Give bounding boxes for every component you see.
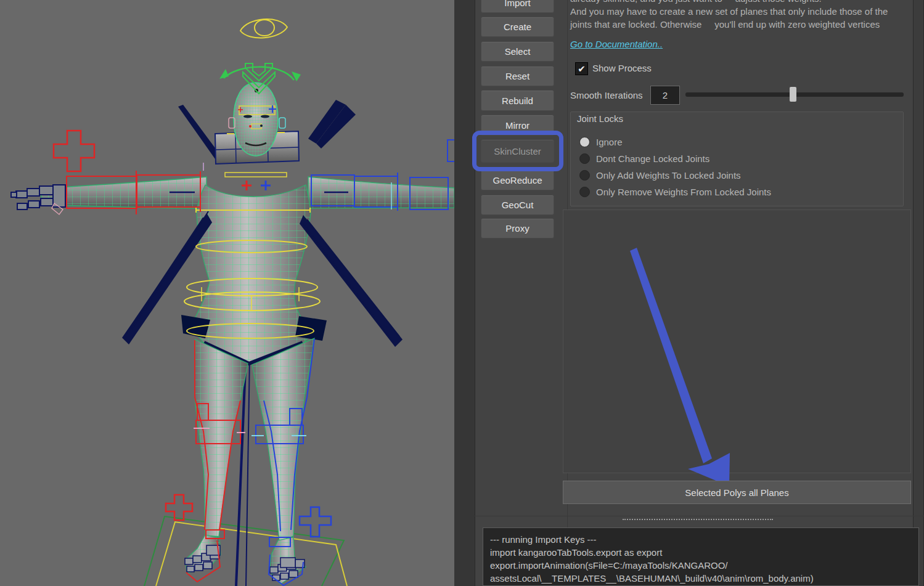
radio-label: Dont Change Locked Joints	[596, 153, 709, 164]
panel-scrollbar-track[interactable]	[913, 0, 924, 586]
radio-dot	[579, 170, 590, 181]
tool-button-geocut[interactable]: GeoCut	[481, 195, 554, 215]
tool-button-reset[interactable]: Reset	[481, 66, 554, 86]
tool-button-import[interactable]: Import	[481, 0, 554, 13]
tool-button-rebuild[interactable]: Rebuild	[481, 90, 554, 111]
radio-only-add[interactable]: Only Add Weights To Locked Joints	[579, 169, 741, 181]
radio-dot	[579, 187, 590, 197]
radio-dont-change[interactable]: Dont Change Locked Joints	[579, 152, 709, 165]
empty-frame	[563, 210, 911, 473]
radio-dot	[579, 137, 590, 147]
radio-label: Only Remove Weights From Locked Joints	[596, 187, 771, 197]
pane-splitter-handle[interactable]	[623, 519, 773, 520]
intro-text: already skinned, and you just want to ad…	[570, 0, 910, 31]
smooth-iterations-slider-handle[interactable]	[790, 87, 796, 102]
maya-window: Import Create Select Reset Rebuild Mirro…	[0, 0, 924, 586]
joint-locks-group: Joint Locks Ignore Dont Change Locked Jo…	[570, 112, 904, 206]
viewport-3d[interactable]	[0, 0, 454, 586]
joint-locks-title: Joint Locks	[577, 113, 623, 124]
script-line: export.importAnimation(sFile=C:/mayaTool…	[490, 559, 912, 572]
script-line: import kangarooTabTools.export as export	[490, 546, 912, 559]
smooth-iterations-field[interactable]: 2	[650, 86, 680, 105]
tool-button-proxy[interactable]: Proxy	[481, 218, 554, 238]
radio-label: Ignore	[596, 137, 623, 147]
radio-label: Only Add Weights To Locked Joints	[596, 170, 741, 181]
script-output[interactable]: --- running Import Keys --- import kanga…	[483, 527, 919, 586]
selected-polys-button[interactable]: Selected Polys all Planes	[563, 481, 911, 504]
tool-button-georeduce[interactable]: GeoReduce	[481, 170, 554, 190]
intro-line: And you may have to create a new set of …	[570, 5, 910, 18]
script-line: --- running Import Keys ---	[490, 533, 912, 546]
documentation-link[interactable]: Go to Documentation..	[570, 39, 663, 49]
tool-button-mirror[interactable]: Mirror	[481, 115, 554, 136]
character-wireframe	[0, 0, 454, 586]
intro-line: already skinned, and you just want to ad…	[570, 0, 910, 5]
radio-ignore[interactable]: Ignore	[579, 136, 623, 148]
radio-only-remove[interactable]: Only Remove Weights From Locked Joints	[579, 185, 771, 198]
tool-button-select[interactable]: Select	[481, 41, 554, 62]
smooth-iterations-label: Smooth Iterations	[570, 90, 643, 100]
panel-gutter	[454, 0, 475, 586]
section-divider	[475, 516, 924, 516]
intro-line: joints that are locked. Otherwise you'll…	[570, 18, 910, 31]
tool-button-skincluster[interactable]: SkinCluster	[481, 139, 554, 163]
show-process-checkbox[interactable]: ✔	[575, 62, 588, 75]
radio-dot	[579, 153, 590, 164]
show-process-label: Show Process	[592, 63, 652, 73]
tool-button-create[interactable]: Create	[481, 17, 554, 37]
script-line: assetsLocal\__TEMPLATES__\BASEHUMAN\_bui…	[490, 572, 912, 585]
